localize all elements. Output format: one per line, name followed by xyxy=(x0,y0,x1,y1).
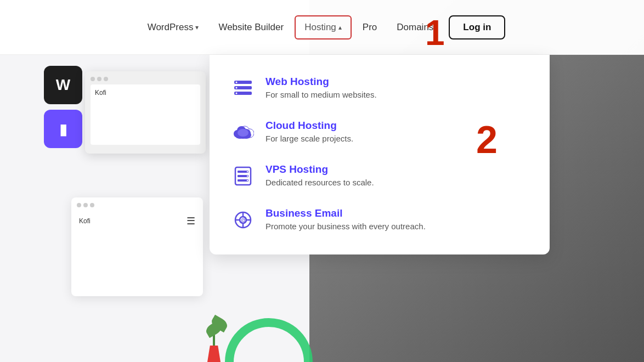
vps-hosting-icon xyxy=(231,165,255,188)
svg-point-5 xyxy=(236,93,238,94)
nav-item-hosting[interactable]: Hosting ▴ xyxy=(295,15,352,39)
kofi-label-bottom: Kofi xyxy=(79,217,91,225)
svg-point-16 xyxy=(247,180,248,181)
cloud-hosting-icon xyxy=(231,121,255,144)
nav-item-domains[interactable]: Domains xyxy=(388,16,442,38)
svg-point-15 xyxy=(247,176,248,177)
blue-app-icon: ▮ xyxy=(59,120,67,138)
dropdown-item-web-hosting[interactable]: Web Hosting For small to medium websites… xyxy=(210,66,550,110)
hamburger-icon: ☰ xyxy=(187,215,195,227)
cloud-hosting-text: Cloud Hosting For large scale projects. xyxy=(265,120,528,143)
website-builder-label: Website Builder xyxy=(218,22,284,33)
nav-items: WordPress ▾ Website Builder Hosting ▴ Pr… xyxy=(139,15,506,39)
svg-point-14 xyxy=(247,171,248,172)
web-hosting-text: Web Hosting For small to medium websites… xyxy=(265,76,528,99)
cloud-hosting-title: Cloud Hosting xyxy=(265,120,528,132)
nav-item-pro[interactable]: Pro xyxy=(354,16,386,38)
nav-item-website-builder[interactable]: Website Builder xyxy=(210,16,292,38)
svg-point-4 xyxy=(236,87,238,89)
green-circle-area xyxy=(214,318,324,362)
svg-point-3 xyxy=(236,82,238,83)
business-email-icon: @ xyxy=(231,208,255,231)
browser-content-top: Kofi xyxy=(91,84,200,145)
domains-label: Domains xyxy=(397,22,433,33)
pro-label: Pro xyxy=(363,22,377,33)
cloud-hosting-desc: For large scale projects. xyxy=(265,134,528,143)
browser-dots-bottom xyxy=(77,203,197,207)
dot-1 xyxy=(91,77,95,81)
web-hosting-desc: For small to medium websites. xyxy=(265,90,528,99)
nav-item-wordpress[interactable]: WordPress ▾ xyxy=(139,16,208,38)
wp-logo-card: W xyxy=(44,66,82,104)
vps-hosting-text: VPS Hosting Dedicated resources to scale… xyxy=(265,163,528,187)
dot-3 xyxy=(104,77,108,81)
bg-ui-cards: W ▮ xyxy=(44,66,82,148)
vps-hosting-desc: Dedicated resources to scale. xyxy=(265,178,528,187)
web-hosting-title: Web Hosting xyxy=(265,76,528,88)
dropdown-item-vps-hosting[interactable]: VPS Hosting Dedicated resources to scale… xyxy=(210,154,550,197)
browser-mock-top: Kofi xyxy=(85,71,206,154)
login-label: Log in xyxy=(463,22,491,32)
browser-mock-bottom: Kofi ☰ xyxy=(71,197,203,296)
business-email-desc: Promote your business with every outreac… xyxy=(265,222,528,231)
business-email-title: Business Email xyxy=(265,207,528,219)
hosting-dropdown: Web Hosting For small to medium websites… xyxy=(210,55,550,254)
hosting-label: Hosting xyxy=(304,22,336,33)
dot-b2 xyxy=(83,203,88,207)
web-hosting-icon xyxy=(231,77,255,100)
login-button[interactable]: Log in xyxy=(449,15,505,39)
dropdown-item-cloud-hosting[interactable]: Cloud Hosting For large scale projects. xyxy=(210,110,550,154)
svg-point-9 xyxy=(238,129,248,137)
wordpress-chevron-icon: ▾ xyxy=(195,24,199,31)
dropdown-item-business-email[interactable]: @ Business Email Promote your business w… xyxy=(210,197,550,241)
business-email-text: Business Email Promote your business wit… xyxy=(265,207,528,231)
wordpress-label: WordPress xyxy=(148,22,194,33)
wp-logo-icon: W xyxy=(56,76,70,94)
vps-hosting-title: VPS Hosting xyxy=(265,163,528,176)
hosting-chevron-icon: ▴ xyxy=(338,24,342,31)
dot-b1 xyxy=(77,203,81,207)
svg-text:@: @ xyxy=(241,217,246,223)
dot-b3 xyxy=(90,203,94,207)
blue-app-card: ▮ xyxy=(44,110,82,148)
dot-2 xyxy=(97,77,101,81)
navbar: WordPress ▾ Website Builder Hosting ▴ Pr… xyxy=(0,0,644,55)
green-circle-outer xyxy=(225,318,313,362)
browser-dots xyxy=(91,77,200,81)
kofi-label-top: Kofi xyxy=(95,89,106,97)
